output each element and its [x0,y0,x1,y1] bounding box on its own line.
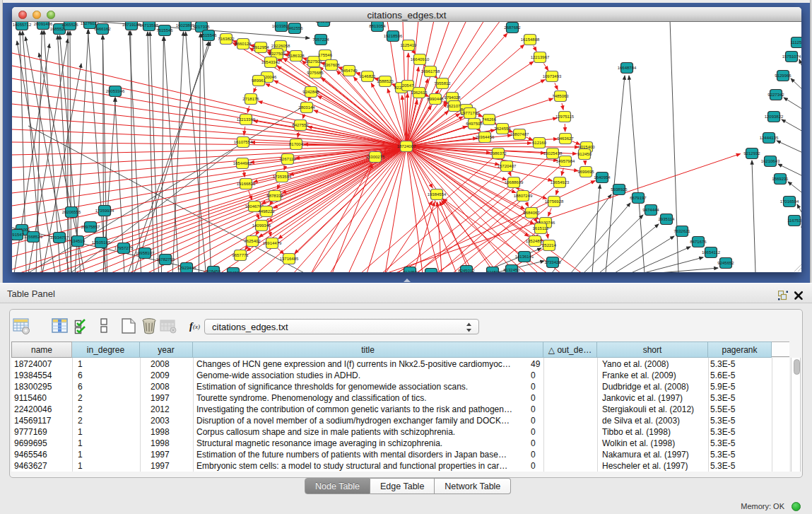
svg-text:1733426: 1733426 [544,260,561,264]
svg-text:10807487: 10807487 [510,132,529,136]
svg-text:6466162: 6466162 [94,27,111,31]
svg-text:20053346: 20053346 [106,89,125,93]
svg-text:9217335: 9217335 [193,25,210,29]
svg-text:9699695: 9699695 [577,170,594,174]
svg-text:1065526: 1065526 [61,23,78,27]
svg-text:5878332: 5878332 [266,194,283,198]
svg-text:9462556: 9462556 [286,26,303,30]
svg-text:9794028: 9794028 [444,95,461,100]
svg-text:12923448: 12923448 [177,266,196,270]
svg-text:12444135: 12444135 [760,136,779,140]
svg-text:9242848: 9242848 [302,90,319,94]
svg-text:17353594: 17353594 [273,175,292,179]
svg-text:252214: 252214 [542,243,557,247]
svg-text:9212932: 9212932 [743,151,760,156]
svg-text:8245012: 8245012 [458,269,475,272]
svg-text:16640910: 16640910 [411,57,430,62]
svg-text:18807249: 18807249 [514,194,533,198]
svg-text:4498222: 4498222 [258,209,275,214]
svg-text:11568529: 11568529 [24,235,43,239]
svg-text:8813054: 8813054 [369,24,386,28]
svg-text:15300275: 15300275 [366,155,385,159]
svg-text:9146821: 9146821 [359,74,376,78]
svg-text:8427552: 8427552 [292,123,309,127]
svg-text:10973493: 10973493 [543,74,562,78]
svg-text:9463627: 9463627 [557,136,574,141]
svg-text:8660124: 8660124 [235,42,252,46]
svg-text:989961: 989961 [252,78,266,83]
svg-text:6679197: 6679197 [630,196,647,200]
svg-text:16210643: 16210643 [761,159,780,163]
svg-text:20975857: 20975857 [81,225,100,229]
svg-text:17359934: 17359934 [95,209,114,213]
svg-text:3624554: 3624554 [494,127,511,131]
svg-text:7163822: 7163822 [218,37,235,41]
svg-text:92450: 92450 [487,270,499,272]
svg-text:10654112: 10654112 [702,250,721,255]
svg-text:2935114: 2935114 [659,217,676,221]
svg-text:17016504: 17016504 [780,199,799,204]
svg-text:7986372: 7986372 [490,151,507,156]
svg-text:7515546: 7515546 [156,28,173,33]
svg-text:1640954: 1640954 [594,175,611,180]
svg-text:1569231: 1569231 [772,177,789,181]
svg-text:912450: 912450 [403,270,418,272]
svg-text:10719185: 10719185 [122,23,141,27]
svg-text:14099346: 14099346 [252,223,271,228]
svg-text:16782759: 16782759 [156,257,175,262]
svg-text:16648784: 16648784 [618,66,637,70]
svg-text:5938925: 5938925 [611,187,628,192]
svg-text:10958107: 10958107 [136,251,155,255]
svg-text:1615112: 1615112 [533,226,550,230]
svg-text:2803144: 2803144 [298,105,315,110]
svg-text:1202117: 1202117 [316,22,333,23]
svg-text:16023809: 16023809 [176,23,195,28]
svg-text:8471676: 8471676 [690,240,707,244]
svg-text:12975115: 12975115 [555,115,575,119]
svg-text:10543342: 10543342 [261,60,281,64]
svg-text:2718176: 2718176 [242,97,259,101]
svg-text:7357224: 7357224 [312,37,329,42]
svg-text:19384554: 19384554 [428,192,447,197]
svg-text:817004: 817004 [289,142,304,146]
svg-text:16713585: 16713585 [140,23,159,28]
svg-text:18724007: 18724007 [397,144,416,148]
svg-text:9684067: 9684067 [523,211,540,215]
svg-text:12934757: 12934757 [50,235,69,240]
svg-text:3267110: 3267110 [280,157,297,161]
svg-text:19218506: 19218506 [384,34,403,38]
svg-text:9657771: 9657771 [232,253,249,257]
svg-text:20206555: 20206555 [62,210,81,214]
svg-text:8990448: 8990448 [427,97,444,101]
svg-text:9227342: 9227342 [767,93,784,97]
svg-text:175546: 175546 [318,53,333,57]
svg-text:9375685: 9375685 [307,71,324,75]
svg-text:7485063: 7485063 [552,94,569,98]
svg-text:10688609: 10688609 [505,180,524,185]
svg-text:12213369: 12213369 [237,117,256,122]
svg-text:9474444: 9474444 [642,208,659,212]
svg-text:10756928: 10756928 [545,199,564,204]
svg-text:17957275: 17957275 [114,246,134,250]
svg-text:15720407: 15720407 [498,164,517,168]
svg-text:746266: 746266 [482,117,497,122]
svg-text:1588520: 1588520 [377,79,394,83]
svg-text:16544982: 16544982 [233,161,252,165]
svg-text:116753: 116753 [787,218,801,223]
svg-text:83245: 83245 [425,271,437,272]
svg-text:111254: 111254 [790,40,801,45]
svg-text:12213967: 12213967 [531,55,550,59]
svg-text:134519: 134519 [71,239,86,243]
svg-text:7625402: 7625402 [244,239,261,243]
svg-text:16107554: 16107554 [234,140,253,144]
svg-text:20091406: 20091406 [34,22,53,26]
svg-text:10025438: 10025438 [543,151,563,156]
svg-text:19166825: 19166825 [237,182,256,186]
svg-text:12505185: 12505185 [92,240,111,245]
svg-text:8186328: 8186328 [288,54,305,58]
svg-text:(x): (x) [193,323,200,330]
svg-text:14136141: 14136141 [515,255,534,259]
svg-text:2367608: 2367608 [323,63,340,67]
svg-text:15751074: 15751074 [782,54,801,59]
svg-text:8454749: 8454749 [341,69,358,73]
